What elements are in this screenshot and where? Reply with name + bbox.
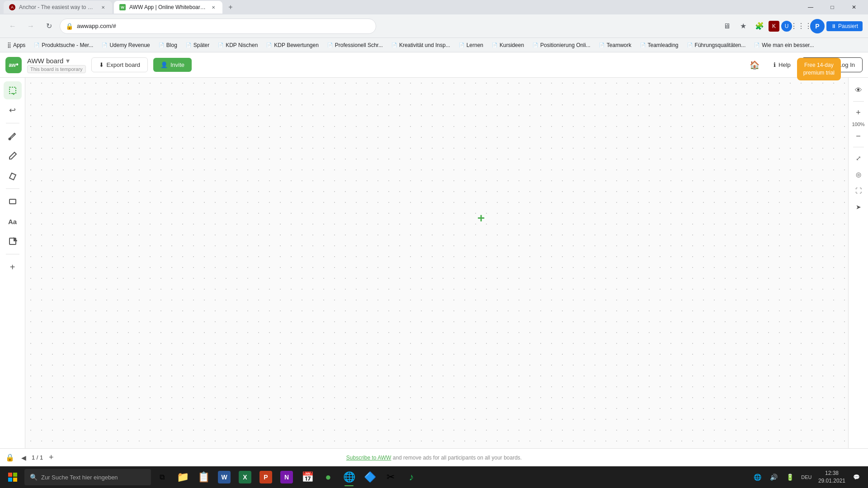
profile-button[interactable]: P [810, 19, 825, 33]
system-date: 29.01.2021 [818, 477, 845, 485]
refresh-button[interactable]: ↻ [42, 19, 56, 33]
onenote-button[interactable]: N [277, 467, 297, 487]
bookmark-teamleading[interactable]: 📄 Teamleading [636, 40, 682, 51]
notification-button[interactable]: 💬 [850, 471, 863, 483]
bookmark-prof-schr[interactable]: 📄 Professionell Schr... [323, 40, 387, 51]
tab-aww[interactable]: W AWW App | Online Whiteboard ... ✕ [114, 1, 222, 14]
subscribe-link[interactable]: Subscribe to AWW [346, 455, 392, 461]
home-button[interactable]: 🏠 [746, 57, 763, 73]
forward-button[interactable]: → [24, 19, 38, 33]
close-button[interactable]: ✕ [844, 0, 864, 14]
bookmark-teamwork[interactable]: 📄 Teamwork [595, 40, 635, 51]
brush-tool[interactable] [4, 127, 22, 145]
tab-anchor-close[interactable]: ✕ [99, 4, 107, 11]
extensions-icon[interactable]: 🧩 [752, 19, 767, 33]
maximize-button[interactable]: □ [822, 0, 843, 14]
page-navigation: ◀ 1 / 1 + [18, 452, 57, 463]
word-button[interactable]: W [214, 467, 234, 487]
network-icon[interactable]: 🌐 [750, 470, 765, 484]
apps-bookmark[interactable]: ⣿ Apps [4, 40, 29, 51]
eraser-icon [8, 171, 17, 180]
cast-icon[interactable]: 🖥 [720, 19, 734, 33]
bottom-bar: 🔒 ◀ 1 / 1 + Subscribe to AWW and remove … [0, 448, 868, 466]
invite-button[interactable]: 👤 Invite [153, 58, 192, 72]
calendar-button[interactable]: 📅 [297, 467, 317, 487]
powerpoint-button[interactable]: P [256, 467, 276, 487]
spotify-button[interactable]: ♪ [401, 467, 421, 487]
lock-icon: 🔒 [5, 453, 14, 462]
more-tool[interactable]: + [4, 258, 22, 276]
bookmark-label-7: Kreativität und Insp... [399, 42, 450, 48]
new-tab-button[interactable]: + [224, 1, 237, 14]
bookmark-später[interactable]: 📄 Später [182, 40, 213, 51]
explorer-button[interactable]: 📁 [173, 467, 193, 487]
export-button[interactable]: ⬇ Export board [91, 57, 148, 72]
undo-tool[interactable]: ↩ [4, 101, 22, 119]
bookmark-kdp-nischen[interactable]: 📄 KDP Nischen [214, 40, 261, 51]
bookmark-star-icon[interactable]: ★ [736, 19, 750, 33]
back-button[interactable]: ← [5, 19, 20, 33]
excel-button[interactable]: X [235, 467, 255, 487]
bookmark-kreativ[interactable]: 📄 Kreativität und Insp... [387, 40, 454, 51]
pause-button[interactable]: ⏸ Pausiert [826, 21, 863, 31]
start-button[interactable] [2, 466, 24, 488]
shape-tool[interactable] [4, 192, 22, 211]
bookmark-blog[interactable]: 📄 Blog [155, 40, 181, 51]
w-app-button[interactable]: 📋 [193, 467, 213, 487]
svg-rect-7 [8, 478, 12, 482]
bookmark-fuehr[interactable]: 📄 Führungsqualitäten... [683, 40, 750, 51]
rt-divider-2 [853, 147, 864, 147]
system-clock[interactable]: 12:38 29.01.2021 [816, 469, 848, 485]
lang-indicator[interactable]: DEU [799, 470, 814, 484]
tab-anchor[interactable]: A Anchor - The easiest way to mai... ✕ [4, 1, 112, 14]
bookmark-kdp-bew[interactable]: 📄 KDP Bewertungen [262, 40, 322, 51]
windows-icon [8, 472, 18, 482]
snip-button[interactable]: ✂ [381, 467, 401, 487]
fit-screen-button[interactable]: ⤢ [851, 151, 866, 165]
brush-icon [8, 131, 17, 141]
chrome-button[interactable]: 🌐 [339, 467, 359, 487]
edge-button[interactable]: 🔷 [360, 467, 380, 487]
navigate-button[interactable]: ➤ [851, 200, 866, 214]
fullscreen-button[interactable]: ⛶ [851, 183, 866, 198]
bookmark-produktsuche[interactable]: 📄 Produktsuche - Mer... [30, 40, 97, 51]
aww-logo[interactable]: aw • [5, 57, 22, 73]
taskview-button[interactable]: ⧉ [152, 467, 172, 487]
bookmark-udemy[interactable]: 📄 Udemy Revenue [98, 40, 153, 51]
battery-icon[interactable]: 🔋 [783, 470, 797, 484]
help-button[interactable]: ℹ Help [768, 59, 796, 71]
center-button[interactable]: ◎ [851, 167, 866, 182]
select-tool[interactable] [4, 81, 22, 99]
board-name-dropdown-icon[interactable]: ▾ [66, 56, 70, 65]
bookmark-kursideen[interactable]: 📄 Kursideen [488, 40, 528, 51]
text-tool[interactable]: Aa [4, 212, 22, 230]
spotify-icon: ♪ [405, 471, 418, 483]
bookmark-label-13: Führungsqualitäten... [695, 42, 746, 48]
add-page-button[interactable]: + [46, 452, 57, 463]
kdp-ext-icon[interactable]: K [769, 21, 779, 32]
zoom-out-button[interactable]: − [851, 129, 866, 143]
prev-page-button[interactable]: ◀ [18, 452, 29, 463]
bookmark-lernen[interactable]: 📄 Lernen [455, 40, 487, 51]
premium-banner[interactable]: Free 14-day premium trial [797, 58, 841, 80]
grid-icon[interactable]: ⋮⋮⋮ [794, 19, 808, 33]
zoom-in-button[interactable]: + [851, 105, 866, 120]
pencil-tool[interactable] [4, 147, 22, 165]
tab-aww-close[interactable]: ✕ [210, 4, 217, 11]
volume-icon[interactable]: 🔊 [767, 470, 781, 484]
export-icon: ⬇ [99, 61, 104, 68]
canvas-area[interactable]: + [25, 78, 848, 448]
text-icon: Aa [8, 218, 17, 225]
minimize-button[interactable]: — [800, 0, 821, 14]
bookmark-label-6: Professionell Schr... [335, 42, 383, 48]
eraser-tool[interactable] [4, 167, 22, 185]
taskbar-search[interactable]: 🔍 Zur Suche Text hier eingeben [24, 469, 151, 485]
bookmark-posit[interactable]: 📄 Positionierung Onli... [528, 40, 594, 51]
sticky-tool[interactable] [4, 232, 22, 250]
bookmark-favicon-14: 📄 [754, 42, 760, 48]
browser-button[interactable]: ● [318, 467, 338, 487]
bookmark-wieman[interactable]: 📄 Wie man ein besser... [750, 40, 817, 51]
current-page: 1 [32, 454, 35, 461]
view-button[interactable]: 👁 [851, 83, 866, 98]
url-bar[interactable]: 🔒 awwapp.com/# [60, 19, 376, 34]
